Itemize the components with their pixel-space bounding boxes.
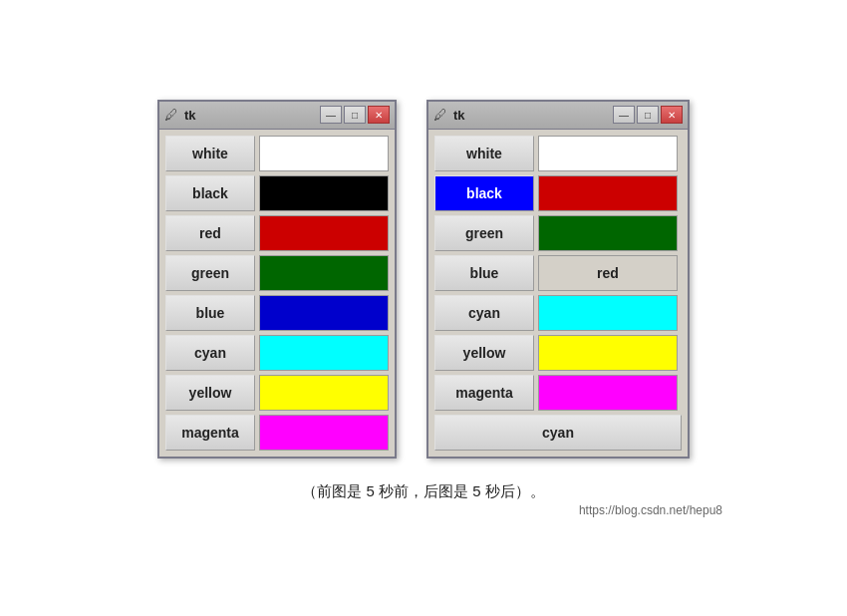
right-color-label-cyan-only[interactable]: cyan: [434, 415, 682, 451]
caption-area: （前图是 5 秒前，后图是 5 秒后）。 https://blog.csdn.n…: [125, 476, 722, 517]
left-titlebar-buttons: — □ ✕: [320, 106, 390, 124]
list-item: yellow: [434, 335, 682, 371]
right-color-label-cyan-row[interactable]: cyan: [434, 295, 534, 331]
right-content: white black green blue red cyan: [428, 130, 688, 457]
list-item: green: [165, 255, 389, 291]
right-color-swatch-black: [538, 175, 678, 211]
color-swatch-cyan: [259, 335, 389, 371]
color-label-blue[interactable]: blue: [165, 295, 255, 331]
list-item: green: [434, 215, 682, 251]
color-swatch-magenta: [259, 415, 389, 451]
left-maximize-button[interactable]: □: [344, 106, 366, 124]
right-color-label-black[interactable]: black: [434, 175, 534, 211]
list-item: black: [165, 175, 389, 211]
right-minimize-button[interactable]: —: [613, 106, 635, 124]
color-swatch-blue: [259, 295, 389, 331]
list-item: black: [434, 175, 682, 211]
right-color-label-yellow[interactable]: yellow: [434, 335, 534, 371]
left-close-button[interactable]: ✕: [368, 106, 390, 124]
color-swatch-yellow: [259, 375, 389, 411]
list-item: red: [165, 215, 389, 251]
right-titlebar: 🖊 tk — □ ✕: [428, 102, 688, 130]
color-label-magenta[interactable]: magenta: [165, 415, 255, 451]
caption-text: （前图是 5 秒前，后图是 5 秒后）。: [125, 482, 722, 501]
right-color-swatch-green: [538, 215, 678, 251]
right-color-swatch-yellow: [538, 335, 678, 371]
list-item: white: [434, 136, 682, 171]
right-color-label-white[interactable]: white: [434, 136, 534, 171]
list-item: cyan: [165, 335, 389, 371]
color-swatch-black: [259, 175, 389, 211]
list-item: blue: [165, 295, 389, 331]
list-item: magenta: [165, 415, 389, 451]
color-label-yellow[interactable]: yellow: [165, 375, 255, 411]
color-label-cyan[interactable]: cyan: [165, 335, 255, 371]
right-title-icon: 🖊: [433, 107, 447, 123]
color-label-white[interactable]: white: [165, 136, 255, 171]
right-color-label-green[interactable]: green: [434, 215, 534, 251]
list-item: cyan: [434, 415, 682, 451]
color-swatch-green: [259, 255, 389, 291]
left-title-text: tk: [184, 108, 314, 123]
right-titlebar-buttons: — □ ✕: [613, 106, 683, 124]
color-label-red[interactable]: red: [165, 215, 255, 251]
list-item: blue red: [434, 255, 682, 291]
right-color-label-magenta[interactable]: magenta: [434, 375, 534, 411]
right-color-label-blue[interactable]: blue: [434, 255, 534, 291]
right-color-swatch-magenta: [538, 375, 678, 411]
right-maximize-button[interactable]: □: [637, 106, 659, 124]
right-title-text: tk: [453, 108, 607, 123]
list-item: magenta: [434, 375, 682, 411]
left-minimize-button[interactable]: —: [320, 106, 342, 124]
list-item: cyan: [434, 295, 682, 331]
color-swatch-white: [259, 136, 389, 171]
left-titlebar: 🖊 tk — □ ✕: [159, 102, 395, 130]
right-color-swatch-blue-red: red: [538, 255, 678, 291]
list-item: yellow: [165, 375, 389, 411]
list-item: white: [165, 136, 389, 171]
right-color-swatch-white: [538, 136, 678, 171]
color-label-black[interactable]: black: [165, 175, 255, 211]
left-tk-window: 🖊 tk — □ ✕ white black red: [157, 100, 397, 459]
right-color-swatch-cyan: [538, 295, 678, 331]
left-content: white black red green blue: [159, 130, 395, 457]
left-title-icon: 🖊: [164, 107, 178, 123]
right-close-button[interactable]: ✕: [661, 106, 683, 124]
right-tk-window: 🖊 tk — □ ✕ white black green: [426, 100, 690, 459]
windows-container: 🖊 tk — □ ✕ white black red: [157, 100, 690, 459]
color-label-green[interactable]: green: [165, 255, 255, 291]
color-swatch-red: [259, 215, 389, 251]
footnote-text: https://blog.csdn.net/hepu8: [125, 503, 722, 517]
